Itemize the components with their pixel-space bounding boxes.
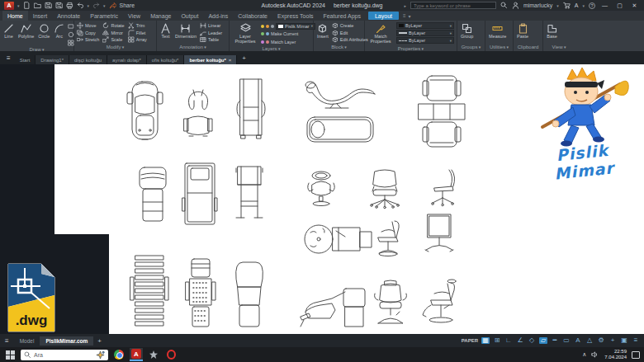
recliner-chair-plan[interactable] bbox=[231, 259, 268, 328]
ribbon-tab-collaborate[interactable]: Collaborate bbox=[233, 11, 272, 21]
isodraft-icon[interactable]: ◇ bbox=[528, 337, 536, 344]
user-avatar-icon[interactable] bbox=[512, 2, 519, 9]
file-tab-berber-koltugu[interactable]: berber koltuğu* × bbox=[184, 55, 237, 64]
massage-table-plan[interactable] bbox=[305, 115, 375, 143]
chrome-taskbar-icon[interactable] bbox=[112, 348, 125, 361]
barber-chair-plan[interactable] bbox=[126, 79, 163, 142]
layer-lock-icon[interactable] bbox=[271, 25, 274, 28]
panel-label-annotation[interactable]: Annotation bbox=[157, 44, 229, 51]
office-chair-side-elevation[interactable] bbox=[426, 168, 462, 208]
match-layer-button[interactable]: Match Layer bbox=[261, 39, 315, 46]
panel-label-utilities[interactable]: Utilities bbox=[485, 44, 513, 51]
base-view-button[interactable]: Base bbox=[546, 22, 558, 40]
rotate-button[interactable]: Rotate bbox=[102, 22, 124, 30]
object-color-dropdown[interactable]: ByLayer bbox=[396, 22, 454, 29]
undo-icon[interactable] bbox=[77, 2, 84, 9]
help-search-input[interactable] bbox=[410, 2, 496, 9]
panel-label-groups[interactable]: Groups bbox=[457, 44, 485, 51]
username[interactable]: mimarlucky bbox=[523, 2, 552, 8]
user-menu-caret-icon[interactable]: ▾ bbox=[556, 3, 559, 8]
ribbon-tab-annotate[interactable]: Annotate bbox=[52, 11, 85, 21]
measure-button[interactable]: Measure bbox=[488, 22, 507, 40]
minimize-button[interactable]: — bbox=[599, 2, 610, 8]
massage-bed-plan[interactable] bbox=[182, 162, 218, 226]
grid-icon[interactable]: ▦ bbox=[481, 337, 490, 344]
leader-button[interactable]: Leader bbox=[200, 30, 222, 37]
new-file-icon[interactable] bbox=[23, 2, 31, 9]
search-highlights-icon[interactable] bbox=[96, 350, 105, 360]
snap-icon[interactable]: ⊞ bbox=[493, 337, 501, 344]
barber-chair-front-elevation[interactable] bbox=[372, 279, 410, 330]
polar-tracking-icon[interactable]: ∠ bbox=[516, 337, 524, 344]
save-icon[interactable] bbox=[45, 2, 52, 9]
taskbar-clock[interactable]: 22:59 7.04.2024 bbox=[604, 349, 627, 360]
volume-icon[interactable] bbox=[591, 350, 599, 359]
opera-taskbar-icon[interactable] bbox=[164, 348, 178, 361]
app-store-cart-icon[interactable] bbox=[563, 2, 571, 9]
plot-icon[interactable] bbox=[66, 2, 73, 9]
ribbon-tab-parametric[interactable]: Parametric bbox=[85, 11, 123, 21]
panel-label-modify[interactable]: Modify bbox=[74, 44, 156, 51]
close-button[interactable]: ✕ bbox=[629, 2, 640, 9]
ribbon-tab-express-tools[interactable]: Express Tools bbox=[272, 11, 318, 21]
linetype-dropdown[interactable]: ByLayer bbox=[396, 37, 454, 44]
chair-side-elevation[interactable] bbox=[234, 78, 267, 140]
copy-button[interactable]: Copy bbox=[77, 30, 99, 37]
action-center-icon[interactable] bbox=[632, 351, 640, 359]
app-menu-caret-icon[interactable]: ▾ bbox=[17, 3, 20, 8]
layout-menu-icon[interactable]: ≡ bbox=[0, 337, 14, 345]
circle-button[interactable]: Circle bbox=[37, 22, 50, 40]
redo-icon[interactable] bbox=[92, 2, 100, 9]
layer-properties-button[interactable]: Layer Properties bbox=[232, 22, 258, 45]
isolate-objects-icon[interactable]: + bbox=[608, 337, 617, 344]
fillet-button[interactable]: Fillet bbox=[128, 30, 147, 37]
paper-space-toggle[interactable]: PAPER bbox=[462, 338, 478, 343]
move-button[interactable]: Move bbox=[77, 22, 99, 30]
model-tab[interactable]: Model bbox=[14, 336, 40, 346]
scale-button[interactable]: Scale bbox=[102, 36, 124, 44]
layer-freeze-icon[interactable] bbox=[266, 25, 269, 28]
osnap-icon[interactable]: ▱ bbox=[539, 337, 547, 344]
panel-label-block[interactable]: Block bbox=[314, 44, 364, 51]
ribbon-tab-addins[interactable]: Add-ins bbox=[203, 11, 233, 21]
backwash-unit-elevation[interactable] bbox=[297, 280, 370, 330]
layout-tab-pislikmimar[interactable]: PislikMimar.com bbox=[40, 336, 93, 346]
hidden-icons-chevron[interactable]: ∧ bbox=[582, 351, 586, 358]
share-label[interactable]: Share bbox=[120, 2, 135, 8]
annotation-visibility-icon[interactable]: A bbox=[574, 337, 582, 344]
dynamic-input-icon[interactable]: ▭ bbox=[562, 337, 571, 344]
ribbon-tab-output[interactable]: Output bbox=[176, 11, 203, 21]
layer-on-icon[interactable] bbox=[261, 25, 264, 28]
lineweight-icon[interactable]: ━ bbox=[551, 337, 559, 344]
clean-screen-icon[interactable]: ▣ bbox=[620, 337, 628, 344]
file-tab-disci-koltugu[interactable]: dişçi koltuğu bbox=[69, 55, 107, 64]
ribbon-tab-featured-apps[interactable]: Featured Apps bbox=[318, 11, 366, 21]
drawing-canvas[interactable]: Pislik Mimar .dwg bbox=[0, 64, 644, 334]
ribbon-tab-manage[interactable]: Manage bbox=[145, 11, 176, 21]
office-chair-front-elevation[interactable] bbox=[367, 168, 403, 209]
ribbon-collapse-caret-icon[interactable]: ▾ bbox=[409, 13, 411, 19]
maximize-button[interactable]: ▢ bbox=[614, 2, 625, 9]
start-button[interactable] bbox=[4, 349, 17, 361]
make-current-button[interactable]: Make Current bbox=[261, 31, 315, 38]
insert-block-button[interactable]: Insert bbox=[316, 22, 329, 40]
edit-attributes-button[interactable]: Edit Attributes bbox=[332, 36, 368, 44]
panel-label-view[interactable]: View bbox=[543, 44, 575, 51]
share-icon[interactable] bbox=[109, 2, 116, 9]
shampoo-unit-plan[interactable] bbox=[302, 223, 373, 256]
customization-icon[interactable]: ≡ bbox=[632, 337, 640, 344]
autocad-taskbar-icon[interactable]: A bbox=[130, 348, 143, 361]
styling-chair-plan[interactable] bbox=[305, 170, 337, 206]
search-history-caret-icon[interactable]: ▸ bbox=[404, 3, 406, 8]
annotation-scale-icon[interactable]: △ bbox=[585, 337, 594, 344]
qat-customize-caret-icon[interactable]: ▾ bbox=[103, 3, 106, 8]
new-layout-icon[interactable]: + bbox=[93, 337, 106, 345]
search-icon[interactable] bbox=[500, 2, 508, 9]
paste-button[interactable]: Paste bbox=[516, 22, 529, 40]
undo-caret-icon[interactable]: ▾ bbox=[88, 3, 90, 8]
panel-label-clipboard[interactable]: Clipboard bbox=[514, 44, 542, 51]
arc-button[interactable]: Arc bbox=[53, 22, 65, 40]
file-tab-drawing1[interactable]: Drawing1* bbox=[36, 55, 69, 64]
chaise-lounge-elevation[interactable] bbox=[302, 78, 376, 110]
ribbon-tab-insert[interactable]: Insert bbox=[28, 11, 53, 21]
